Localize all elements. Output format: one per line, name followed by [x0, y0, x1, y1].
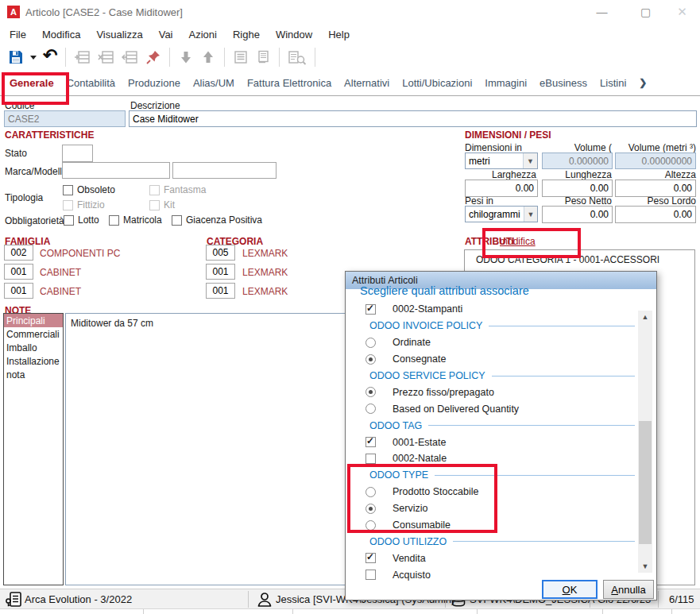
menu-window[interactable]: Window: [268, 24, 320, 44]
save-menu-arrow-icon[interactable]: [27, 46, 40, 68]
radio-icon[interactable]: [365, 354, 376, 365]
move-down-icon: [175, 46, 197, 68]
panel-divider: [671, 609, 672, 614]
famiglia-code-field[interactable]: 002: [4, 245, 33, 261]
checkbox-giacenza-positiva[interactable]: Giacenza Positiva: [172, 214, 262, 226]
radio-option[interactable]: Prodotto Stoccabile: [358, 484, 635, 500]
categoria-code-field[interactable]: 005: [206, 245, 235, 261]
tab-ebusiness[interactable]: eBusiness: [540, 77, 587, 89]
close-button[interactable]: ✕: [664, 0, 700, 24]
minimize-button[interactable]: —: [584, 0, 620, 24]
menu-help[interactable]: Help: [320, 24, 358, 44]
larghezza-field[interactable]: 0.00: [465, 180, 538, 197]
checkbox-icon[interactable]: [64, 215, 74, 226]
save-icon[interactable]: [5, 46, 27, 68]
radio-icon[interactable]: [365, 404, 376, 414]
tab-produzione[interactable]: Produzione: [128, 77, 180, 89]
peso-netto-field[interactable]: 0.00: [542, 206, 613, 223]
radio-option[interactable]: Ordinate: [358, 334, 635, 351]
note-tab-imballo[interactable]: Imballo: [4, 341, 63, 354]
note-tab-nota[interactable]: nota: [4, 368, 63, 381]
marca-field[interactable]: [62, 162, 170, 179]
chevron-down-icon[interactable]: ▼: [524, 207, 537, 222]
checkbox-icon[interactable]: [365, 454, 376, 464]
radio-option[interactable]: Based on Delivered Quantity: [358, 400, 635, 417]
ok-button[interactable]: OK: [542, 580, 598, 599]
radio-option[interactable]: Servizio: [358, 500, 635, 517]
check-option[interactable]: Vendita: [358, 550, 635, 566]
radio-icon[interactable]: [365, 487, 376, 497]
tab-fattura-elettronica[interactable]: Fattura Elettronica: [247, 77, 331, 89]
check-option[interactable]: 0002-Stampanti: [358, 301, 635, 318]
undo-icon[interactable]: ↶: [40, 46, 60, 68]
checkbox-icon[interactable]: [365, 304, 376, 315]
checkbox-icon[interactable]: [365, 570, 376, 580]
codice-field[interactable]: CASE2: [4, 110, 126, 127]
categoria-code-field[interactable]: 001: [206, 283, 235, 299]
scrollbar-thumb[interactable]: [639, 421, 652, 544]
checkbox-matricola[interactable]: Matricola: [109, 214, 162, 226]
altezza-field[interactable]: 0.00: [615, 180, 696, 197]
check-option[interactable]: 0001-Estate: [358, 434, 635, 450]
tab-generale[interactable]: Generale: [10, 77, 54, 89]
dimensioni-unit-combo[interactable]: metri▼: [465, 153, 538, 169]
larghezza-label: Larghezza: [465, 169, 536, 180]
famiglia-code-field[interactable]: 001: [4, 283, 33, 299]
modifica-link[interactable]: modifica: [500, 236, 536, 247]
checkbox-icon[interactable]: [63, 185, 73, 195]
radio-icon[interactable]: [365, 387, 376, 397]
descrizione-field[interactable]: Case Miditower: [129, 110, 697, 127]
scroll-down-icon[interactable]: ▼: [638, 560, 652, 573]
tab-bar: Generale Contabilità Produzione Alias/UM…: [0, 70, 700, 96]
dimensioni-pesi-header: DIMENSIONI / PESI: [465, 129, 551, 141]
note-tab-principali[interactable]: Principali: [4, 314, 63, 327]
radio-icon[interactable]: [365, 338, 376, 348]
menu-righe[interactable]: Righe: [225, 24, 268, 44]
combo-value: metri: [466, 156, 523, 167]
menu-azioni[interactable]: Azioni: [181, 24, 225, 44]
checkbox-icon[interactable]: [172, 215, 182, 226]
menu-file[interactable]: File: [2, 24, 34, 44]
checkbox-icon[interactable]: [365, 437, 376, 447]
menu-visualizza[interactable]: Visualizza: [88, 24, 150, 44]
scroll-up-icon[interactable]: ▲: [638, 311, 652, 323]
checkbox-obsoleto[interactable]: Obsoleto: [63, 184, 115, 195]
toolbar-separator: [65, 48, 66, 67]
attributi-list-item[interactable]: ODOO CATEGORIA 1 - 0001-ACCESSORI: [465, 252, 694, 268]
note-tab-installazione[interactable]: Installazione: [4, 354, 63, 368]
annulla-button[interactable]: Annulla: [603, 580, 654, 599]
tabs-overflow-arrow-icon[interactable]: ❯: [639, 77, 647, 88]
pesi-unit-combo[interactable]: chilogrammi▼: [465, 206, 538, 222]
menu-modifica[interactable]: Modifica: [34, 24, 88, 44]
checkbox-lotto[interactable]: Lotto: [64, 214, 99, 226]
modello-field[interactable]: [172, 162, 277, 179]
famiglia-code-field[interactable]: 001: [4, 264, 33, 280]
note-tab-commerciali[interactable]: Commerciali: [4, 327, 63, 341]
option-label: 0002-Natale: [393, 453, 447, 464]
checkbox-icon[interactable]: [109, 215, 119, 226]
checkbox-label: Fantasma: [164, 184, 206, 195]
tab-alias-um[interactable]: Alias/UM: [193, 77, 234, 89]
tab-contabilita[interactable]: Contabilità: [67, 77, 115, 89]
tab-alternativi[interactable]: Alternativi: [344, 77, 389, 89]
radio-option[interactable]: Consegnate: [358, 351, 635, 368]
tab-listini[interactable]: Listini: [600, 77, 626, 89]
tab-immagini[interactable]: Immagini: [485, 77, 527, 89]
check-option[interactable]: 0002-Natale: [358, 450, 635, 467]
radio-option[interactable]: Consumabile: [358, 517, 635, 534]
peso-lordo-field[interactable]: 0.00: [615, 206, 696, 223]
checkbox-icon[interactable]: [365, 553, 376, 563]
radio-option[interactable]: Prezzo fisso/prepagato: [358, 384, 635, 400]
option-label: Prodotto Stoccabile: [393, 486, 478, 497]
menu-vai[interactable]: Vai: [151, 24, 181, 44]
toolbar: ↶: [0, 44, 700, 70]
radio-icon[interactable]: [365, 504, 376, 514]
tab-lotti-ubicazioni[interactable]: Lotti/Ubicazioni: [402, 77, 472, 89]
stato-field[interactable]: [62, 145, 93, 162]
maximize-button[interactable]: ▢: [628, 0, 663, 24]
radio-icon[interactable]: [365, 520, 376, 531]
dialog-scrollbar[interactable]: ▲ ▼: [638, 311, 652, 573]
lunghezza-field[interactable]: 0.00: [542, 180, 613, 197]
categoria-code-field[interactable]: 001: [206, 264, 235, 280]
chevron-down-icon[interactable]: ▼: [523, 153, 537, 168]
